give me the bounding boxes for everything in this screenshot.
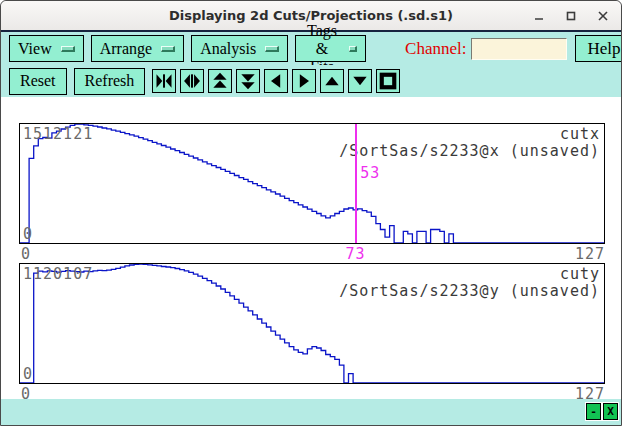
cutx-x-axis: 0 73 127 — [19, 245, 605, 262]
toolbar: Reset Refresh — [1, 65, 621, 97]
pane-close-button[interactable]: X — [603, 403, 618, 420]
cursor-marker-value: 53 — [360, 164, 380, 182]
pane-controls: - X — [586, 403, 618, 420]
plot-cutx[interactable]: 1512121 0 cutx /SortSas/s2233@x (unsaved… — [19, 123, 605, 244]
scroll-left-button[interactable] — [264, 69, 288, 93]
cuty-source: /SortSas/s2233@y (unsaved) — [339, 282, 600, 300]
contract-horizontal-button[interactable] — [152, 69, 176, 93]
option-menu-dash-icon — [265, 46, 279, 52]
cutx-title: cutx — [560, 125, 600, 143]
left-arrow-icon — [266, 71, 286, 91]
cutx-marker-channel-label: 73 — [345, 245, 365, 263]
channel-input[interactable] — [471, 38, 567, 60]
menu-tags-fits[interactable]: Tags & Fits — [295, 35, 366, 62]
pane-minimize-button[interactable]: - — [586, 403, 601, 420]
double-up-arrow-icon — [210, 71, 230, 91]
plot-cuty[interactable]: 1120107 0 cuty /SortSas/s2233@y (unsaved… — [19, 263, 605, 384]
menu-arrange-label: Arrange — [100, 40, 152, 58]
menubar: View Arrange Analysis Tags & Fits Channe… — [1, 30, 621, 65]
close-icon[interactable] — [595, 8, 611, 24]
cutx-ymin-label: 0 — [23, 225, 33, 243]
expand-horizontal-icon — [182, 71, 202, 91]
scroll-down-fast-button[interactable] — [236, 69, 260, 93]
menu-analysis-label: Analysis — [200, 40, 256, 58]
scroll-up-fast-button[interactable] — [208, 69, 232, 93]
menu-analysis[interactable]: Analysis — [191, 35, 288, 62]
option-menu-dash-icon — [61, 46, 75, 52]
expand-horizontal-button[interactable] — [180, 69, 204, 93]
option-menu-dash-icon — [349, 46, 357, 52]
up-arrow-icon — [322, 71, 342, 91]
cutx-xmin-label: 0 — [21, 245, 31, 263]
menu-view-label: View — [18, 40, 52, 58]
statusbar: - X — [1, 399, 621, 425]
contract-horizontal-icon — [154, 71, 174, 91]
scroll-down-button[interactable] — [348, 69, 372, 93]
cursor-marker-line[interactable] — [355, 124, 357, 243]
help-button[interactable]: Help — [575, 35, 622, 62]
down-arrow-icon — [350, 71, 370, 91]
window-controls — [531, 1, 611, 30]
cuty-ymax-label: 1120107 — [23, 265, 93, 283]
cuty-ymin-label: 0 — [23, 365, 33, 383]
option-menu-dash-icon — [161, 46, 175, 52]
double-down-arrow-icon — [238, 71, 258, 91]
cutx-xmax-label: 127 — [575, 245, 605, 263]
reset-button[interactable]: Reset — [9, 68, 67, 95]
maximize-icon[interactable] — [563, 8, 579, 24]
right-arrow-icon — [294, 71, 314, 91]
scroll-up-button[interactable] — [320, 69, 344, 93]
menu-arrange[interactable]: Arrange — [91, 35, 184, 62]
cuty-title: cuty — [560, 265, 600, 283]
scroll-right-button[interactable] — [292, 69, 316, 93]
menu-view[interactable]: View — [9, 35, 84, 62]
refresh-button[interactable]: Refresh — [74, 68, 146, 95]
full-scale-button[interactable] — [376, 69, 400, 93]
square-frame-icon — [378, 71, 398, 91]
channel-label: Channel: — [405, 39, 466, 59]
minimize-icon[interactable] — [531, 8, 547, 24]
cutx-source: /SortSas/s2233@x (unsaved) — [339, 142, 600, 160]
cutx-ymax-label: 1512121 — [23, 125, 93, 143]
app-window: Displaying 2d Cuts/Projections (.sd.s1) … — [0, 0, 622, 426]
